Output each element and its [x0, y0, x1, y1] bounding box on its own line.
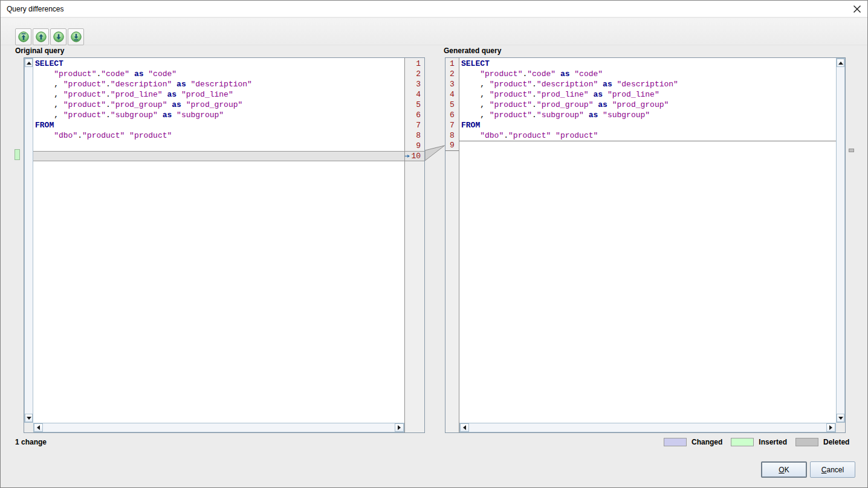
code-line: FROM [459, 120, 836, 130]
triangle-right-icon [398, 425, 401, 430]
line-number: 3 [405, 79, 424, 89]
go-to-next-change-button[interactable] [50, 28, 66, 45]
legend-deleted-swatch [795, 438, 818, 446]
legend-changed-label: Changed [691, 438, 722, 446]
code-line: SELECT [33, 59, 404, 69]
left-gutter: 12345678910 [404, 58, 424, 432]
code-line: , "product"."prod_line" as "prod_line" [33, 89, 404, 100]
code-line: , "product"."prod_group" as "prod_group" [33, 100, 404, 110]
left-code: SELECT "product"."code" as "code" , "pro… [33, 59, 404, 161]
generated-code-area[interactable]: SELECT "product"."code" as "code" , "pro… [459, 58, 836, 423]
code-line [459, 141, 836, 151]
close-icon [853, 5, 861, 13]
scroll-right-button[interactable] [395, 423, 404, 432]
line-number: 6 [445, 110, 459, 120]
legend-deleted-label: Deleted [823, 438, 849, 446]
diff-connector [425, 57, 445, 178]
line-number: 7 [405, 120, 424, 130]
code-line [33, 141, 404, 151]
line-number: 4 [405, 89, 424, 100]
scrollbar-corner [836, 423, 845, 432]
right-gutter: 123456789 [445, 58, 459, 432]
code-line: "dbo"."product" "product" [33, 130, 404, 141]
line-number: 6 [405, 110, 424, 120]
line-number: 1 [445, 59, 459, 69]
original-query-label: Original query [15, 47, 64, 55]
go-to-previous-change-button[interactable] [33, 28, 49, 45]
line-number: 10 [405, 151, 424, 161]
first-change-icon [18, 31, 30, 43]
line-number: 9 [405, 141, 424, 151]
close-button[interactable] [851, 3, 863, 15]
toolbar [1, 18, 867, 45]
line-number: 9 [445, 141, 459, 151]
code-line: "product"."code" as "code" [33, 69, 404, 79]
ok-button[interactable]: OK [761, 461, 807, 478]
code-line: "dbo"."product" "product" [459, 130, 836, 141]
previous-change-icon [35, 31, 47, 43]
line-number: 5 [445, 100, 459, 110]
generated-query-label: Generated query [444, 47, 501, 55]
code-line: , "product"."subgroup" as "subgroup" [33, 110, 404, 120]
code-line: , "product"."prod_line" as "prod_line" [459, 89, 836, 100]
current-change-arrow-icon [405, 153, 410, 159]
triangle-right-icon [829, 425, 832, 430]
inserted-change-overview-marker[interactable] [15, 149, 20, 160]
next-change-icon [53, 31, 65, 43]
window-title: Query differences [7, 5, 64, 13]
deleted-change-overview-marker[interactable] [849, 149, 854, 152]
line-number: 7 [445, 120, 459, 130]
scrollbar-corner [24, 423, 33, 432]
cancel-button[interactable]: Cancel [810, 461, 855, 478]
code-line: SELECT [459, 59, 836, 69]
line-number: 4 [445, 89, 459, 100]
legend-changed-swatch [664, 438, 687, 446]
scroll-left-button[interactable] [460, 423, 469, 432]
scroll-right-button[interactable] [826, 423, 835, 432]
code-line [33, 151, 404, 161]
scroll-down-button[interactable] [837, 414, 844, 422]
right-vertical-scrollbar[interactable] [836, 58, 845, 423]
right-horizontal-scrollbar[interactable] [459, 423, 836, 432]
generated-query-pane: 123456789 SELECT "product"."code" as "co… [445, 57, 846, 433]
go-to-last-change-button[interactable] [68, 28, 84, 45]
triangle-left-icon [463, 425, 466, 430]
legend-inserted-swatch [731, 438, 754, 446]
line-number: 2 [445, 69, 459, 79]
diff-legend: ChangedInsertedDeleted [664, 437, 849, 447]
original-query-pane: SELECT "product"."code" as "code" , "pro… [24, 57, 425, 433]
triangle-up-icon [27, 62, 31, 65]
left-horizontal-scrollbar[interactable] [33, 423, 404, 432]
change-count: 1 change [15, 438, 47, 446]
scroll-up-button[interactable] [837, 59, 844, 67]
code-line: , "product"."subgroup" as "subgroup" [459, 110, 836, 120]
left-vertical-scrollbar[interactable] [24, 58, 33, 423]
right-code: SELECT "product"."code" as "code" , "pro… [459, 59, 836, 151]
triangle-left-icon [37, 425, 40, 430]
scroll-down-button[interactable] [25, 414, 33, 422]
legend-inserted-label: Inserted [759, 438, 787, 446]
code-line: , "product"."prod_group" as "prod_group" [459, 100, 836, 110]
triangle-up-icon [838, 62, 843, 65]
go-to-first-change-button[interactable] [15, 28, 31, 45]
scroll-left-button[interactable] [34, 423, 43, 432]
scroll-up-button[interactable] [25, 59, 33, 67]
original-code-area[interactable]: SELECT "product"."code" as "code" , "pro… [33, 58, 404, 423]
query-differences-dialog: Query differences [0, 0, 868, 488]
title-bar: Query differences [1, 1, 867, 18]
line-number: 1 [405, 59, 424, 69]
code-line: FROM [33, 120, 404, 130]
code-line: "product"."code" as "code" [459, 69, 836, 79]
line-number: 8 [405, 130, 424, 141]
line-number: 8 [445, 130, 459, 141]
line-number: 5 [405, 100, 424, 110]
triangle-down-icon [838, 417, 843, 420]
code-line: , "product"."description" as "descriptio… [459, 79, 836, 89]
triangle-down-icon [27, 417, 31, 420]
code-line: , "product"."description" as "descriptio… [33, 79, 404, 89]
last-change-icon [70, 31, 82, 43]
line-number: 3 [445, 79, 459, 89]
line-number: 2 [405, 69, 424, 79]
